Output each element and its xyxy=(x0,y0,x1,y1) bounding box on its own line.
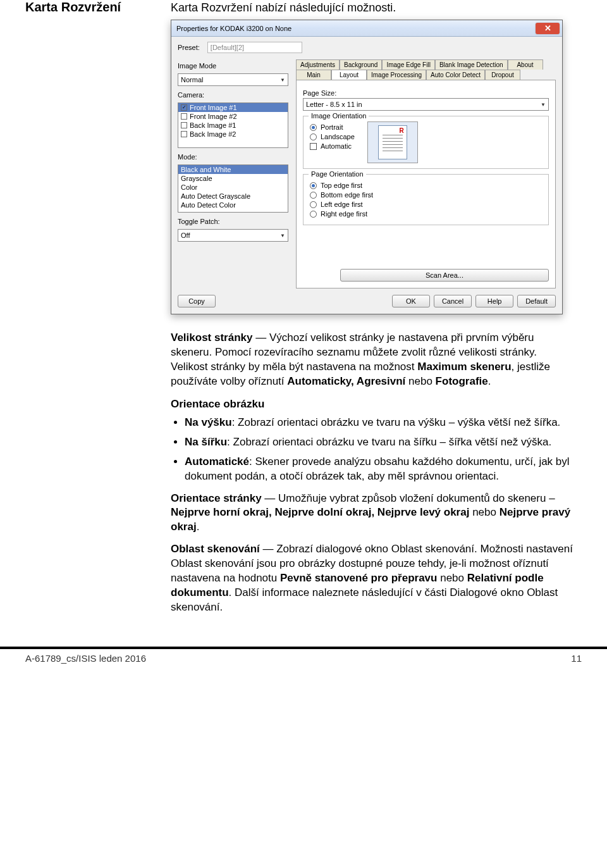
tab-blank-image-detection[interactable]: Blank Image Detection xyxy=(435,59,508,70)
radio-landscape-label: Landscape xyxy=(321,133,355,140)
page-footer: A-61789_cs/ISIS leden 2016 11 xyxy=(0,647,607,664)
scan-area-button[interactable]: Scan Area... xyxy=(340,269,549,282)
camera-label: Camera: xyxy=(178,91,288,99)
chevron-down-icon: ▼ xyxy=(280,233,285,239)
footer-page-number: 11 xyxy=(571,653,582,664)
camera-listbox[interactable]: Front Image #1 Front Image #2 Back Image… xyxy=(178,102,288,148)
ok-button[interactable]: OK xyxy=(392,295,430,307)
checkbox-automatic-label: Automatic xyxy=(321,142,352,150)
paragraph-page-orientation: Orientace stránky — Umožňuje vybrat způs… xyxy=(171,492,575,535)
text-bold: Na šířku xyxy=(185,436,227,448)
checkbox-icon[interactable] xyxy=(181,131,187,137)
radio-bottom-edge-label: Bottom edge first xyxy=(321,191,373,199)
tab-layout[interactable]: Layout xyxy=(331,70,367,80)
camera-row-label: Back Image #1 xyxy=(190,121,236,129)
checkbox-icon[interactable] xyxy=(181,122,187,128)
tab-image-edge-fill[interactable]: Image Edge Fill xyxy=(382,59,434,70)
cancel-button[interactable]: Cancel xyxy=(434,295,472,307)
image-mode-value: Normal xyxy=(181,76,203,84)
mode-row[interactable]: Color xyxy=(178,183,288,192)
toggle-patch-value: Off xyxy=(181,232,190,239)
camera-row[interactable]: Front Image #2 xyxy=(178,112,288,121)
radio-left-edge[interactable] xyxy=(310,201,317,208)
text: : Zobrazí orientaci obrázku ve tvaru na … xyxy=(232,416,561,428)
camera-row[interactable]: Back Image #1 xyxy=(178,121,288,130)
list-item: Automatické: Skener provede analýzu obsa… xyxy=(185,455,575,484)
text: : Zobrazí orientaci obrázku ve tvaru na … xyxy=(227,436,551,448)
checkbox-icon[interactable] xyxy=(181,113,187,120)
chevron-down-icon: ▼ xyxy=(541,102,546,108)
help-button[interactable]: Help xyxy=(475,295,513,307)
default-button[interactable]: Default xyxy=(517,295,556,307)
mode-row[interactable]: Auto Detect Color xyxy=(178,201,288,209)
tab-panel-layout: Page Size: Letter - 8.5 x 11 in ▼ Image … xyxy=(296,80,556,288)
camera-row[interactable]: Front Image #1 xyxy=(178,103,288,112)
section-title: Karta Rozvržení xyxy=(25,0,152,15)
section-intro: Karta Rozvržení nabízí následující možno… xyxy=(171,0,582,15)
radio-portrait[interactable] xyxy=(310,124,317,131)
radio-top-edge-label: Top edge first xyxy=(321,182,362,189)
text-bold: Nejprve horní okraj, Nejprve dolní okraj… xyxy=(171,506,469,518)
image-mode-label: Image Mode xyxy=(178,62,288,70)
camera-row[interactable]: Back Image #2 xyxy=(178,130,288,139)
page-orientation-group: Page Orientation Top edge first Bottom e… xyxy=(303,174,549,225)
tab-adjustments[interactable]: Adjustments xyxy=(296,59,340,70)
tab-image-processing[interactable]: Image Processing xyxy=(367,70,426,80)
mode-row[interactable]: Black and White xyxy=(178,165,288,174)
page-size-combo[interactable]: Letter - 8.5 x 11 in ▼ xyxy=(303,98,549,111)
image-orientation-group: Image Orientation Portrait Landscape Aut… xyxy=(303,116,549,169)
mode-row-label: Black and White xyxy=(181,166,231,173)
mode-listbox[interactable]: Black and White Grayscale Color Auto Det… xyxy=(178,164,288,213)
radio-top-edge[interactable] xyxy=(310,182,317,189)
chevron-down-icon: ▼ xyxy=(280,77,285,83)
list-item: Na výšku: Zobrazí orientaci obrázku ve t… xyxy=(185,416,575,430)
checkbox-automatic[interactable] xyxy=(310,143,317,150)
text-bold: Na výšku xyxy=(185,416,232,428)
titlebar: Properties for KODAK i3200 on None ✕ xyxy=(171,20,562,37)
paragraph-page-size: Velikost stránky — Výchozí velikost strá… xyxy=(171,331,575,389)
preset-input[interactable] xyxy=(207,42,302,53)
text: nebo xyxy=(437,572,467,584)
text-bold: Fotografie xyxy=(436,375,488,387)
radio-left-edge-label: Left edge first xyxy=(321,201,363,208)
page-orientation-title: Page Orientation xyxy=(309,170,366,178)
list-item: Na šířku: Zobrazí orientaci obrázku ve t… xyxy=(185,435,575,450)
radio-right-edge[interactable] xyxy=(310,211,317,218)
copy-button[interactable]: Copy xyxy=(178,295,216,307)
camera-row-label: Back Image #2 xyxy=(190,130,236,138)
window-title: Properties for KODAK i3200 on None xyxy=(176,25,291,32)
mode-row-label: Color xyxy=(181,183,197,191)
image-mode-combo[interactable]: Normal ▼ xyxy=(178,73,288,86)
tab-dropout[interactable]: Dropout xyxy=(485,70,520,80)
tab-auto-color-detect[interactable]: Auto Color Detect xyxy=(426,70,485,80)
page-size-value: Letter - 8.5 x 11 in xyxy=(306,101,362,108)
page-size-label: Page Size: xyxy=(303,89,549,97)
mode-row[interactable]: Grayscale xyxy=(178,174,288,183)
tab-background[interactable]: Background xyxy=(340,59,382,70)
text-bold: Oblast skenování xyxy=(171,543,260,555)
radio-bottom-edge[interactable] xyxy=(310,192,317,199)
tab-main[interactable]: Main xyxy=(296,70,331,80)
properties-dialog: Properties for KODAK i3200 on None ✕ Pre… xyxy=(171,20,563,314)
radio-portrait-label: Portrait xyxy=(321,123,343,131)
close-button[interactable]: ✕ xyxy=(536,23,560,34)
paragraph-scan-area: Oblast skenování — Zobrazí dialogové okn… xyxy=(171,542,575,615)
text-bold: Orientace stránky xyxy=(171,492,262,504)
text: . xyxy=(488,375,491,387)
preset-label: Preset: xyxy=(178,44,200,51)
text-bold: Maximum skeneru xyxy=(417,361,511,373)
text: . xyxy=(197,521,200,533)
toggle-patch-combo[interactable]: Off ▼ xyxy=(178,229,288,242)
text-bold: Automaticky, Agresivní xyxy=(287,375,405,387)
radio-landscape[interactable] xyxy=(310,133,317,140)
text: — Umožňuje vybrat způsob vložení dokumen… xyxy=(262,492,555,504)
subhead-image-orientation: Orientace obrázku xyxy=(171,398,575,411)
camera-row-label: Front Image #2 xyxy=(190,113,237,120)
image-orientation-title: Image Orientation xyxy=(309,112,369,120)
text: nebo xyxy=(405,375,435,387)
checkbox-icon[interactable] xyxy=(181,104,187,111)
mode-row[interactable]: Auto Detect Grayscale xyxy=(178,192,288,201)
camera-row-label: Front Image #1 xyxy=(190,104,237,111)
text-bold: Automatické xyxy=(185,456,249,468)
tab-about[interactable]: About xyxy=(508,59,543,70)
